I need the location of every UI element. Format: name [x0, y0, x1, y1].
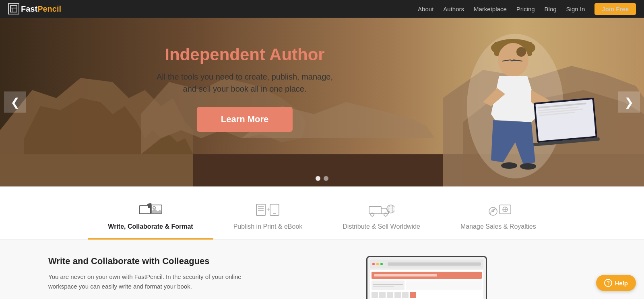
tab-write-label: Write, Collaborate & Format: [108, 223, 193, 230]
tab-distribute-label: Distribute & Sell Worldwide: [343, 223, 420, 230]
hero-content: Independent Author All the tools you nee…: [157, 45, 333, 132]
tab-manage-label: Manage Sales & Royalties: [460, 223, 536, 230]
manage-icon: [485, 203, 511, 220]
nav-authors[interactable]: Authors: [443, 6, 464, 12]
hero-prev-button[interactable]: ❮: [4, 92, 26, 113]
hero-section: Independent Author All the tools you nee…: [0, 18, 644, 186]
hero-dot-1[interactable]: [316, 176, 320, 181]
svg-rect-0: [10, 6, 17, 12]
feature-content-section: Write and Collaborate with Colleagues Yo…: [0, 240, 644, 299]
feature-description: You are never on your own with FastPenci…: [48, 272, 242, 291]
tab-write[interactable]: Write, Collaborate & Format: [88, 199, 213, 240]
nav-marketplace[interactable]: Marketplace: [474, 6, 507, 12]
learn-more-button[interactable]: Learn More: [197, 107, 293, 132]
nav-blog[interactable]: Blog: [545, 6, 557, 12]
hero-pagination: [316, 176, 328, 181]
laptop-screen-mockup: [366, 256, 487, 299]
nav-about[interactable]: About: [418, 6, 433, 12]
publish-icon: +: [256, 203, 280, 220]
svg-text:+: +: [266, 206, 270, 213]
svg-point-9: [516, 47, 526, 57]
tab-publish-label: Publish in Print & eBook: [233, 223, 303, 230]
feature-content-title: Write and Collaborate with Colleagues: [48, 256, 242, 266]
nav-signin[interactable]: Sign In: [566, 6, 585, 12]
logo-fast-text: Fast: [21, 4, 37, 14]
logo-pencil-text: Pencil: [37, 4, 61, 14]
header: FastPencil About Authors Marketplace Pri…: [0, 0, 644, 18]
logo-icon: [8, 3, 19, 14]
help-button[interactable]: ? Help: [596, 275, 636, 291]
tab-publish[interactable]: + Publish in Print & eBook: [213, 199, 323, 240]
hero-subtitle: All the tools you need to create, publis…: [157, 71, 333, 95]
bullet-1: Automatically convert your manuscript to…: [48, 297, 242, 299]
feature-text-block: Write and Collaborate with Colleagues Yo…: [48, 256, 242, 299]
hero-dot-2[interactable]: [324, 176, 328, 181]
nav-pricing[interactable]: Pricing: [516, 6, 535, 12]
help-icon: ?: [604, 279, 612, 287]
svg-rect-30: [369, 207, 381, 214]
hero-next-button[interactable]: ❯: [618, 92, 640, 113]
write-icon: [138, 203, 163, 220]
tab-distribute[interactable]: Distribute & Sell Worldwide: [322, 199, 440, 240]
main-nav: About Authors Marketplace Pricing Blog S…: [418, 3, 636, 15]
feature-tabs-section: Write, Collaborate & Format + Publish in…: [0, 186, 644, 240]
svg-rect-23: [256, 204, 265, 215]
tab-manage[interactable]: Manage Sales & Royalties: [440, 199, 556, 240]
logo[interactable]: FastPencil: [8, 3, 61, 14]
svg-point-18: [520, 163, 536, 170]
distribute-icon: [368, 203, 394, 220]
svg-point-17: [501, 162, 517, 169]
help-label: Help: [615, 280, 628, 287]
feature-screenshot: [266, 256, 596, 299]
feature-bullets: Automatically convert your manuscript to…: [48, 297, 242, 299]
svg-point-22: [153, 207, 155, 209]
svg-point-40: [492, 211, 494, 212]
hero-title: Independent Author: [157, 45, 333, 64]
join-free-button[interactable]: Join Free: [594, 3, 636, 15]
